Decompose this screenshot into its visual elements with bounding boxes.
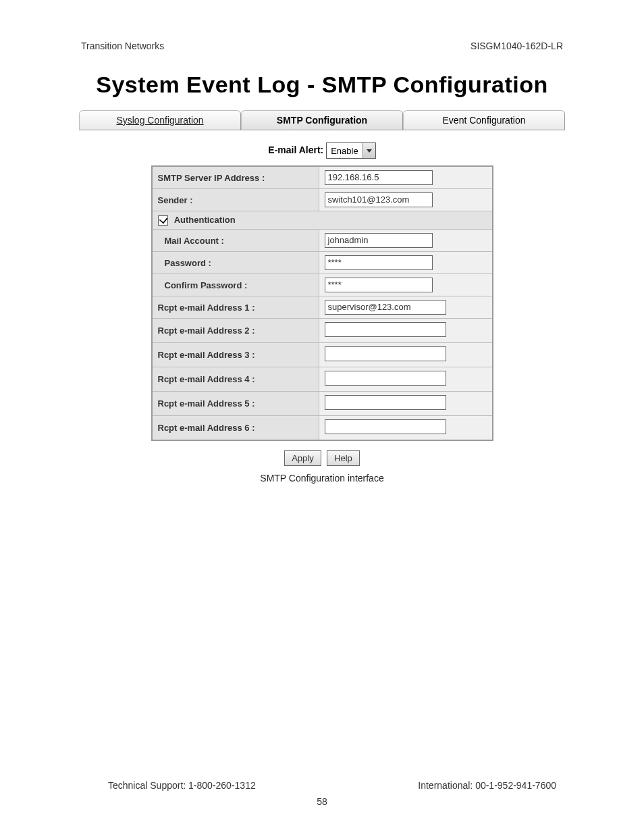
- page-title: System Event Log - SMTP Configuration: [34, 72, 610, 98]
- email-alert-row: E-mail Alert: Enable: [34, 142, 610, 159]
- password-input[interactable]: ****: [325, 255, 433, 270]
- page-number: 58: [0, 796, 644, 807]
- mail-account-cell: johnadmin: [319, 230, 493, 252]
- email-alert-value: Enable: [327, 146, 362, 156]
- rcpt2-input[interactable]: [325, 322, 446, 337]
- row-mail-account: Mail Account : johnadmin: [152, 230, 493, 252]
- figure-caption: SMTP Configuration interface: [34, 473, 610, 484]
- rcpt4-label: Rcpt e-mail Address 4 :: [152, 367, 319, 392]
- auth-checkbox[interactable]: [158, 215, 168, 226]
- rcpt2-cell: [319, 319, 493, 343]
- rcpt1-input[interactable]: supervisor@123.com: [325, 300, 446, 315]
- document-page: Transition Networks SISGM1040-162D-LR Sy…: [0, 0, 644, 834]
- footer-international: International: 00-1-952-941-7600: [418, 780, 556, 791]
- row-rcpt4: Rcpt e-mail Address 4 :: [152, 367, 493, 392]
- confirm-password-label: Confirm Password :: [152, 274, 319, 296]
- rcpt5-input[interactable]: [325, 395, 446, 410]
- rcpt1-label: Rcpt e-mail Address 1 :: [152, 296, 319, 319]
- confirm-password-input[interactable]: ****: [325, 278, 433, 292]
- auth-cell: Authentication: [152, 211, 493, 230]
- help-button[interactable]: Help: [327, 450, 360, 466]
- password-cell: ****: [319, 252, 493, 274]
- rcpt5-label: Rcpt e-mail Address 5 :: [152, 392, 319, 416]
- confirm-password-cell: ****: [319, 274, 493, 296]
- sender-cell: switch101@123.com: [319, 189, 493, 211]
- page-header: Transition Networks SISGM1040-162D-LR: [81, 41, 563, 51]
- row-confirm-password: Confirm Password : ****: [152, 274, 493, 296]
- rcpt3-label: Rcpt e-mail Address 3 :: [152, 343, 319, 367]
- email-alert-select[interactable]: Enable: [326, 142, 375, 159]
- row-rcpt1: Rcpt e-mail Address 1 : supervisor@123.c…: [152, 296, 493, 319]
- row-rcpt2: Rcpt e-mail Address 2 :: [152, 319, 493, 343]
- rcpt4-input[interactable]: [325, 371, 446, 386]
- smtp-form-table: SMTP Server IP Address : 192.168.16.5 Se…: [151, 165, 493, 441]
- rcpt6-input[interactable]: [325, 419, 446, 434]
- row-rcpt3: Rcpt e-mail Address 3 :: [152, 343, 493, 367]
- rcpt2-label: Rcpt e-mail Address 2 :: [152, 319, 319, 343]
- button-row: Apply Help: [34, 450, 610, 466]
- smtp-ip-label: SMTP Server IP Address :: [152, 166, 319, 189]
- rcpt5-cell: [319, 392, 493, 416]
- rcpt4-cell: [319, 367, 493, 392]
- password-label: Password :: [152, 252, 319, 274]
- row-rcpt5: Rcpt e-mail Address 5 :: [152, 392, 493, 416]
- auth-label: Authentication: [174, 215, 236, 225]
- rcpt6-cell: [319, 416, 493, 441]
- page-footer: Technical Support: 1-800-260-1312 Intern…: [0, 780, 644, 807]
- footer-tech-support: Technical Support: 1-800-260-1312: [108, 780, 256, 791]
- sender-label: Sender :: [152, 189, 319, 211]
- tab-syslog[interactable]: Syslog Configuration: [79, 110, 241, 130]
- tab-smtp[interactable]: SMTP Configuration: [241, 110, 403, 130]
- mail-account-input[interactable]: johnadmin: [325, 233, 433, 248]
- sender-input[interactable]: switch101@123.com: [325, 192, 433, 207]
- row-auth: Authentication: [152, 211, 493, 230]
- row-smtp-ip: SMTP Server IP Address : 192.168.16.5: [152, 166, 493, 189]
- rcpt3-input[interactable]: [325, 346, 446, 361]
- apply-button[interactable]: Apply: [284, 450, 321, 466]
- smtp-ip-cell: 192.168.16.5: [319, 166, 493, 189]
- svg-marker-0: [367, 149, 372, 153]
- header-right: SISGM1040-162D-LR: [471, 41, 563, 51]
- smtp-ip-input[interactable]: 192.168.16.5: [325, 170, 433, 185]
- rcpt6-label: Rcpt e-mail Address 6 :: [152, 416, 319, 441]
- email-alert-label: E-mail Alert:: [268, 145, 323, 155]
- mail-account-label: Mail Account :: [152, 230, 319, 252]
- tab-event[interactable]: Event Configuration: [403, 110, 565, 130]
- row-password: Password : ****: [152, 252, 493, 274]
- header-left: Transition Networks: [81, 41, 164, 51]
- rcpt1-cell: supervisor@123.com: [319, 296, 493, 319]
- row-rcpt6: Rcpt e-mail Address 6 :: [152, 416, 493, 441]
- rcpt3-cell: [319, 343, 493, 367]
- tab-bar: Syslog Configuration SMTP Configuration …: [79, 110, 565, 130]
- row-sender: Sender : switch101@123.com: [152, 189, 493, 211]
- chevron-down-icon: [363, 143, 375, 158]
